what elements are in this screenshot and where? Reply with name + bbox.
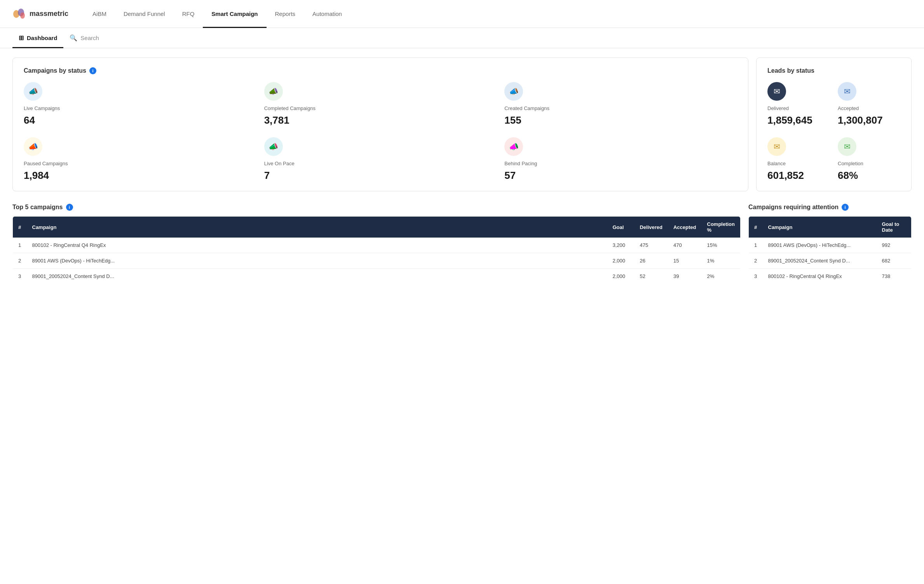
completed-campaigns-label: Completed Campaigns [264, 105, 497, 111]
table-row: 2 89001 AWS (DevOps) - HiTechEdg... 2,00… [13, 253, 741, 269]
created-campaigns-label: Created Campaigns [504, 105, 737, 111]
attention-col-header-campaign: Campaign [763, 217, 877, 238]
attention-col-header-num: # [749, 217, 763, 238]
paused-campaigns-value: 1,984 [24, 170, 256, 182]
row-campaign: 800102 - RingCentral Q4 RingEx [27, 238, 607, 253]
bottom-row: Top 5 campaigns i # Campaign Goal Delive… [12, 204, 912, 284]
attention-col-header-goal-date: Goal to Date [877, 217, 912, 238]
tab-search[interactable]: 🔍 Search [63, 28, 105, 48]
leads-stats-grid: ✉ Delivered 1,859,645 ✉ Accepted 1,300,8… [767, 82, 900, 182]
completion-icon: ✉ [838, 137, 856, 156]
row-goal: 3,200 [607, 238, 634, 253]
stat-delivered: ✉ Delivered 1,859,645 [767, 82, 830, 126]
live-on-pace-label: Live On Pace [264, 161, 497, 166]
nav-item-smart-campaign[interactable]: Smart Campaign [203, 0, 266, 28]
row-goal-date: 682 [877, 253, 912, 269]
row-num: 2 [13, 253, 27, 269]
row-num: 3 [749, 269, 763, 284]
search-icon: 🔍 [70, 34, 77, 42]
stat-balance: ✉ Balance 601,852 [767, 137, 830, 182]
top5-campaigns-title: Top 5 campaigns i [12, 204, 741, 211]
row-goal-date: 992 [877, 238, 912, 253]
tab-search-label: Search [80, 35, 99, 41]
table-row: 2 89001_20052024_Content Synd D... 682 [749, 253, 912, 269]
stat-paused-campaigns: 📣 Paused Campaigns 1,984 [24, 137, 256, 182]
row-num: 1 [749, 238, 763, 253]
attention-info-icon[interactable]: i [842, 204, 849, 211]
dashboard-icon: ⊞ [19, 34, 24, 42]
col-header-goal: Goal [607, 217, 634, 238]
nav-item-reports[interactable]: Reports [267, 0, 304, 28]
row-num: 1 [13, 238, 27, 253]
live-campaigns-label: Live Campaigns [24, 105, 256, 111]
campaigns-attention-section: Campaigns requiring attention i # Campai… [748, 204, 912, 284]
top5-info-icon[interactable]: i [66, 204, 73, 211]
live-on-pace-icon: 📣 [264, 137, 283, 156]
nav-item-rfq[interactable]: RFQ [174, 0, 203, 28]
table-row: 3 89001_20052024_Content Synd D... 2,000… [13, 269, 741, 284]
stat-behind-pacing: 📣 Behind Pacing 57 [504, 137, 737, 182]
col-header-accepted: Accepted [668, 217, 702, 238]
row-accepted: 470 [668, 238, 702, 253]
live-on-pace-value: 7 [264, 170, 497, 182]
row-completion: 2% [702, 269, 741, 284]
paused-campaigns-icon: 📣 [24, 137, 42, 156]
stat-accepted: ✉ Accepted 1,300,807 [838, 82, 900, 126]
col-header-num: # [13, 217, 27, 238]
leads-by-status-card: Leads by status ✉ Delivered 1,859,645 ✉ … [756, 58, 912, 191]
row-campaign: 89001 AWS (DevOps) - HiTechEdg... [27, 253, 607, 269]
top5-campaigns-section: Top 5 campaigns i # Campaign Goal Delive… [12, 204, 741, 284]
tabs-bar: ⊞ Dashboard 🔍 Search [0, 28, 924, 48]
stat-live-campaigns: 📣 Live Campaigns 64 [24, 82, 256, 126]
nav-item-demand-funnel[interactable]: Demand Funnel [115, 0, 174, 28]
table-row: 1 89001 AWS (DevOps) - HiTechEdg... 992 [749, 238, 912, 253]
leads-by-status-title: Leads by status [767, 67, 900, 74]
col-header-completion: Completion % [702, 217, 741, 238]
behind-pacing-label: Behind Pacing [504, 161, 737, 166]
nav-bar: massmetric AiBM Demand Funnel RFQ Smart … [0, 0, 924, 28]
delivered-label: Delivered [767, 105, 830, 111]
completion-label: Completion [838, 161, 900, 166]
behind-pacing-value: 57 [504, 170, 737, 182]
campaigns-by-status-title: Campaigns by status i [24, 67, 737, 74]
col-header-delivered: Delivered [634, 217, 668, 238]
row-completion: 1% [702, 253, 741, 269]
row-accepted: 39 [668, 269, 702, 284]
row-delivered: 26 [634, 253, 668, 269]
top5-table-header: # Campaign Goal Delivered Accepted Compl… [13, 217, 741, 238]
completed-campaigns-value: 3,781 [264, 114, 497, 126]
accepted-icon: ✉ [838, 82, 856, 101]
tab-dashboard-label: Dashboard [27, 35, 57, 41]
row-campaign: 89001_20052024_Content Synd D... [27, 269, 607, 284]
campaigns-attention-table: # Campaign Goal to Date 1 89001 AWS (Dev… [748, 216, 912, 284]
tab-dashboard[interactable]: ⊞ Dashboard [12, 28, 63, 48]
row-goal: 2,000 [607, 253, 634, 269]
balance-label: Balance [767, 161, 830, 166]
delivered-value: 1,859,645 [767, 114, 830, 126]
row-accepted: 15 [668, 253, 702, 269]
campaigns-by-status-card: Campaigns by status i 📣 Live Campaigns 6… [12, 58, 748, 191]
logo-text: massmetric [30, 10, 68, 18]
created-campaigns-icon: 📣 [504, 82, 523, 101]
nav-items: AiBM Demand Funnel RFQ Smart Campaign Re… [84, 0, 350, 28]
row-completion: 15% [702, 238, 741, 253]
table-row: 1 800102 - RingCentral Q4 RingEx 3,200 4… [13, 238, 741, 253]
live-campaigns-icon: 📣 [24, 82, 42, 101]
behind-pacing-icon: 📣 [504, 137, 523, 156]
created-campaigns-value: 155 [504, 114, 737, 126]
balance-value: 601,852 [767, 170, 830, 182]
stat-live-on-pace: 📣 Live On Pace 7 [264, 137, 497, 182]
nav-item-aibm[interactable]: AiBM [84, 0, 115, 28]
row-delivered: 475 [634, 238, 668, 253]
row-campaign: 89001_20052024_Content Synd D... [763, 253, 877, 269]
nav-item-automation[interactable]: Automation [304, 0, 350, 28]
delivered-icon: ✉ [767, 82, 786, 101]
campaigns-info-icon[interactable]: i [89, 67, 96, 74]
cards-row: Campaigns by status i 📣 Live Campaigns 6… [12, 58, 912, 191]
svg-point-2 [20, 12, 25, 19]
completed-campaigns-icon: 📣 [264, 82, 283, 101]
completion-value: 68% [838, 170, 900, 182]
balance-icon: ✉ [767, 137, 786, 156]
row-num: 3 [13, 269, 27, 284]
logo: massmetric [12, 9, 68, 19]
